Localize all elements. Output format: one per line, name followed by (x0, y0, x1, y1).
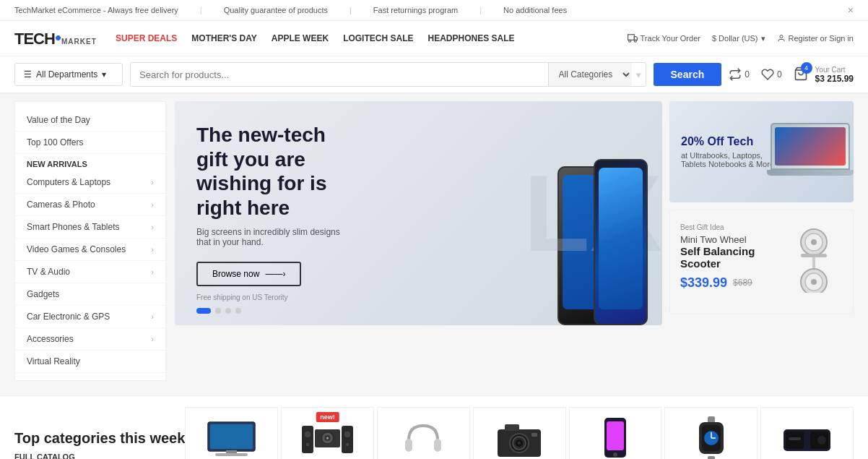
track-order-label: Track Your Order (641, 34, 700, 43)
sidebar-item-car-electronic[interactable]: Car Electronic & GPS › (15, 306, 165, 328)
svg-rect-28 (405, 439, 412, 452)
hero-banner: The new-tech gift you are wishing for is… (175, 101, 662, 325)
category-cells[interactable]: Cells & Tablets (569, 407, 662, 459)
svg-point-35 (518, 442, 521, 445)
svg-point-51 (817, 436, 826, 445)
dropdown-arrow-icon: ▾ (632, 69, 646, 80)
promo-scooter-card[interactable]: Best Gift Idea Mini Two Wheel Self Balan… (669, 210, 854, 314)
search-button[interactable]: Search (654, 63, 722, 86)
sidebar-item-smartphones[interactable]: Smart Phones & Tablets › (15, 216, 165, 239)
sidebar-item-computers[interactable]: Computers & Laptops › (15, 171, 165, 194)
categories-row: Top categories this week FULL CATALOG Te… (14, 407, 854, 459)
hero-dot-4[interactable] (235, 308, 241, 314)
all-departments-button[interactable]: ☰ All Departments ▾ (14, 63, 123, 86)
browse-now-button[interactable]: Browse now ——› (196, 262, 301, 286)
sidebar-item-gadgets[interactable]: Gadgets (15, 283, 165, 306)
svg-point-2 (628, 40, 630, 42)
cart-total: $3 215.99 (815, 74, 854, 84)
wishlist-count: 0 (777, 69, 782, 80)
close-announcement-button[interactable]: × (848, 4, 854, 16)
arrow-right-icon: ——› (265, 269, 285, 279)
svg-rect-22 (302, 426, 313, 453)
promo1-discount: 20% Off Tech (681, 135, 775, 148)
full-catalog-link[interactable]: FULL CATALOG (14, 452, 75, 460)
hero-subtitle: Big screens in incredibly slim designs t… (196, 227, 355, 247)
scooter-price: $339.99 $689 (680, 275, 778, 291)
sidebar-item-top-100[interactable]: Top 100 Offers (15, 132, 165, 154)
svg-rect-15 (210, 424, 253, 449)
category-games[interactable]: Games (760, 407, 854, 459)
all-departments-label: All Departments (36, 69, 97, 80)
sidebar-item-cameras[interactable]: Cameras & Photo › (15, 194, 165, 216)
logo[interactable]: TECH • MARKET (14, 28, 101, 48)
nav-logitech-sale[interactable]: LOGITECH SALE (343, 33, 413, 43)
promo1-description: at Ultrabooks, Laptops, Tablets Notebook… (681, 151, 775, 168)
track-order-button[interactable]: Track Your Order (628, 33, 700, 43)
hero-shipping: Free shipping on US Terority (196, 293, 355, 301)
svg-point-23 (304, 431, 311, 438)
svg-point-39 (613, 452, 617, 457)
category-cameras[interactable]: Digital Cameras (473, 407, 566, 459)
chevron-right-icon: › (151, 245, 154, 254)
content-area: The new-tech gift you are wishing for is… (175, 101, 854, 381)
announcement-item-1: TechMarket eCommerce - Always free deliv… (14, 6, 178, 14)
heart-icon (761, 68, 774, 81)
nav-super-deals[interactable]: SUPER DEALS (116, 33, 177, 43)
svg-rect-41 (708, 456, 715, 459)
chevron-down-icon: ▾ (102, 69, 106, 80)
sidebar-new-arrivals-heading: New Arrivals (15, 154, 165, 171)
currency-label: $ Dollar (US) (712, 34, 758, 43)
scooter-badge: Best Gift Idea (680, 223, 778, 231)
hero-text: The new-tech gift you are wishing for is… (196, 123, 355, 301)
sidebar-item-vr[interactable]: Virtual Reality (15, 351, 165, 373)
main-layout: Value of the Day Top 100 Offers New Arri… (0, 94, 868, 388)
compare-button[interactable]: 0 (729, 68, 750, 81)
announcement-bar: TechMarket eCommerce - Always free deliv… (0, 0, 868, 21)
categories-title: Top categories this week (14, 429, 185, 447)
search-input[interactable] (131, 64, 548, 86)
compare-count: 0 (745, 69, 750, 80)
currency-selector[interactable]: $ Dollar (US) ▾ (712, 34, 765, 43)
nav-headphones-sale[interactable]: HEADPHONES SALE (428, 33, 514, 43)
svg-rect-36 (531, 433, 537, 437)
announcement-item-4: No additional fees (503, 6, 567, 14)
svg-point-26 (344, 431, 351, 438)
sidebar-item-accessories[interactable]: Accessories › (15, 328, 165, 351)
category-headphones[interactable]: Headphones (377, 407, 470, 459)
hero-dot-3[interactable] (225, 308, 231, 314)
user-icon (777, 34, 786, 43)
category-smartwatches[interactable]: Smartwatches (664, 407, 758, 459)
logo-market: MARKET (61, 38, 97, 46)
wishlist-button[interactable]: 0 (761, 68, 782, 81)
hero-dot-2[interactable] (215, 308, 221, 314)
hero-dot-1[interactable] (196, 308, 211, 314)
chevron-right-icon: › (151, 312, 154, 321)
svg-rect-50 (789, 437, 801, 440)
compare-icon (729, 68, 742, 81)
register-label: Register or Sign in (789, 34, 854, 43)
sidebar-item-value-of-day[interactable]: Value of the Day (15, 109, 165, 132)
hero-title: The new-tech gift you are wishing for is… (196, 123, 355, 220)
phone-front (594, 159, 648, 325)
category-televisions[interactable]: Televisions (185, 407, 278, 459)
announcement-item-3: Fast returnings program (373, 6, 458, 14)
nav-mothers-day[interactable]: MOTHER'S DAY (191, 33, 256, 43)
sidebar-item-videogames[interactable]: Video Games & Consoles › (15, 239, 165, 261)
sidebar: Value of the Day Top 100 Offers New Arri… (14, 101, 166, 381)
hamburger-icon: ☰ (24, 69, 32, 80)
category-select[interactable]: All Categories (548, 63, 632, 86)
nav-apple-week[interactable]: APPLE WEEK (272, 33, 329, 43)
games-image (778, 416, 836, 459)
header-icons: 0 0 4 Your Cart $3 215.99 (729, 66, 854, 84)
hero-phones (557, 108, 648, 325)
scooter-price-old: $689 (733, 278, 752, 288)
category-home-theater[interactable]: new! (281, 407, 374, 459)
sidebar-item-tv[interactable]: TV & Audio › (15, 261, 165, 283)
header: TECH • MARKET SUPER DEALS MOTHER'S DAY A… (0, 21, 868, 56)
chevron-right-icon: › (151, 335, 154, 343)
header-right: Track Your Order $ Dollar (US) ▾ Registe… (628, 33, 854, 43)
promo-laptop-card[interactable]: 20% Off Tech at Ultrabooks, Laptops, Tab… (669, 101, 854, 202)
register-button[interactable]: Register or Sign in (777, 34, 854, 43)
cart-button[interactable]: 4 Your Cart $3 215.99 (794, 66, 854, 84)
hero-column: The new-tech gift you are wishing for is… (175, 101, 662, 381)
